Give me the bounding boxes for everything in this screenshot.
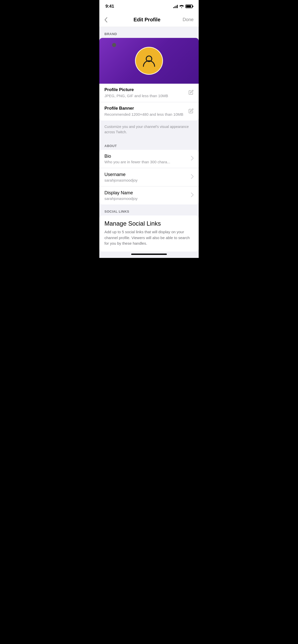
display-name-chevron-icon <box>191 193 194 198</box>
profile-banner-item[interactable]: Profile Banner Recommended 1200×480 and … <box>99 102 199 121</box>
profile-picture-item[interactable]: Profile Picture JPEG, PNG, GIF and less … <box>99 84 199 102</box>
profile-banner-subtitle: Recommended 1200×480 and less than 10MB <box>104 112 188 117</box>
profile-banner-title: Profile Banner <box>104 106 188 111</box>
social-links-card[interactable]: Manage Social Links Add up to 5 social l… <box>99 215 199 252</box>
status-time: 9:41 <box>105 4 114 9</box>
social-links-title: Manage Social Links <box>99 215 199 229</box>
signal-bars-icon <box>173 5 178 8</box>
username-content: Username sarahjonasmoodjoy <box>104 172 191 182</box>
home-bar <box>131 254 167 255</box>
done-button[interactable]: Done <box>178 17 194 22</box>
nav-bar: Edit Profile Done <box>99 13 199 27</box>
home-indicator <box>99 252 199 258</box>
profile-picture-content: Profile Picture JPEG, PNG, GIF and less … <box>104 87 188 98</box>
profile-picture-subtitle: JPEG, PNG, GIF and less than 10MB <box>104 93 188 98</box>
brand-card: Profile Picture JPEG, PNG, GIF and less … <box>99 38 199 121</box>
about-section-label: ABOUT <box>99 139 199 150</box>
phone-screen: 9:41 Edit Profile Done BRAND <box>99 0 199 258</box>
status-bar: 9:41 <box>99 0 199 13</box>
status-icons <box>173 5 193 8</box>
social-links-section-label: SOCIAL LINKS <box>99 204 199 215</box>
username-value: sarahjonasmoodjoy <box>104 178 191 182</box>
profile-picture-title: Profile Picture <box>104 87 188 92</box>
battery-icon <box>185 5 193 8</box>
page-title: Edit Profile <box>133 17 160 23</box>
profile-picture-edit-icon <box>188 90 194 96</box>
username-item[interactable]: Username sarahjonasmoodjoy <box>99 168 199 186</box>
bio-title: Bio <box>104 154 191 159</box>
profile-banner-content: Profile Banner Recommended 1200×480 and … <box>104 106 188 117</box>
display-name-value: sarahjonasmoodjoy <box>104 196 191 201</box>
profile-banner-edit-icon <box>188 108 194 115</box>
bio-item[interactable]: Bio Who you are in fewer than 300 chara.… <box>99 150 199 168</box>
display-name-title: Display Name <box>104 190 191 196</box>
display-name-content: Display Name sarahjonasmoodjoy <box>104 190 191 201</box>
username-chevron-icon <box>191 174 194 180</box>
avatar <box>135 47 163 75</box>
back-button[interactable] <box>104 17 116 23</box>
bio-chevron-icon <box>191 156 194 162</box>
about-card: Bio Who you are in fewer than 300 chara.… <box>99 150 199 204</box>
user-icon <box>141 53 157 68</box>
username-title: Username <box>104 172 191 177</box>
wifi-icon <box>179 5 184 8</box>
banner-dot <box>112 43 116 47</box>
brand-hint-text: Customize you and your channel's visual … <box>99 121 199 139</box>
brand-section-label: BRAND <box>99 27 199 38</box>
bio-value: Who you are in fewer than 300 chara... <box>104 160 191 164</box>
social-links-description: Add up to 5 social links that will displ… <box>99 229 199 252</box>
bio-content: Bio Who you are in fewer than 300 chara.… <box>104 154 191 164</box>
display-name-item[interactable]: Display Name sarahjonasmoodjoy <box>99 186 199 204</box>
scroll-content: BRAND Profile Picture JPEG, PNG, GIF and… <box>99 27 199 258</box>
brand-banner[interactable] <box>99 38 199 84</box>
